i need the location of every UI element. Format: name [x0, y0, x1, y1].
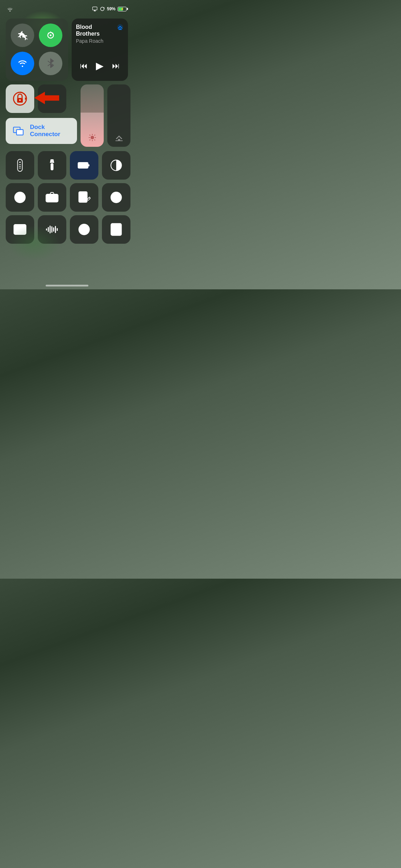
airplane-mode-button[interactable] — [11, 24, 34, 47]
home-indicator — [46, 285, 88, 286]
brightness-slider[interactable] — [81, 84, 104, 147]
airplay-volume-icon — [114, 132, 124, 142]
svg-rect-52 — [50, 226, 51, 233]
svg-rect-51 — [48, 227, 49, 232]
svg-point-37 — [51, 197, 53, 199]
screen-record-button[interactable] — [102, 183, 130, 212]
rotation-lock-icon — [11, 90, 29, 108]
left-controls: Dock Connector — [6, 84, 77, 148]
svg-rect-23 — [17, 159, 22, 171]
screen-time-button[interactable] — [6, 183, 34, 212]
screen-lock-icon — [100, 6, 105, 11]
svg-point-68 — [115, 232, 117, 234]
previous-track-button[interactable]: ⏮ — [77, 60, 91, 72]
media-info: Blood Brothers Papa Roach — [76, 24, 124, 44]
media-player-panel: Blood Brothers Papa Roach ⏮ ▶ — [72, 19, 128, 81]
svg-line-18 — [94, 140, 95, 140]
svg-rect-63 — [112, 224, 120, 227]
svg-rect-26 — [19, 166, 21, 167]
svg-line-17 — [89, 135, 90, 135]
svg-point-12 — [91, 136, 94, 139]
svg-rect-38 — [55, 195, 57, 196]
top-row: Blood Brothers Papa Roach ⏮ ▶ — [6, 19, 128, 81]
dock-connector-label: Dock Connector — [30, 124, 70, 138]
wifi-toggle-button[interactable] — [11, 52, 34, 75]
audio-button[interactable] — [38, 215, 66, 244]
airplay-cast-icon — [92, 6, 98, 11]
svg-point-65 — [115, 229, 117, 231]
low-power-button[interactable] — [70, 151, 98, 180]
calculator-button[interactable] — [102, 215, 130, 244]
wallet-button[interactable] — [6, 215, 34, 244]
status-left — [7, 7, 13, 11]
status-right: 59% ⚡ — [92, 6, 127, 11]
svg-point-67 — [112, 232, 114, 234]
rotation-row — [6, 84, 77, 113]
svg-rect-28 — [51, 163, 53, 170]
remote-button[interactable] — [6, 151, 34, 180]
cellular-button[interactable] — [39, 24, 62, 47]
volume-slider[interactable] — [107, 84, 130, 147]
play-pause-button[interactable]: ▶ — [93, 58, 107, 73]
notes-button[interactable] — [70, 183, 98, 212]
brightness-icon — [88, 133, 97, 142]
song-title: Blood Brothers — [76, 24, 117, 37]
icon-row-1 — [6, 151, 128, 180]
svg-rect-32 — [88, 164, 89, 166]
screen: 59% ⚡ — [0, 0, 134, 289]
dock-connector-tooltip[interactable]: Dock Connector — [6, 118, 77, 144]
svg-rect-31 — [79, 163, 84, 167]
svg-rect-45 — [14, 224, 26, 234]
sliders-area — [81, 84, 130, 147]
svg-line-19 — [94, 135, 95, 135]
icon-row-3 — [6, 215, 128, 244]
svg-rect-25 — [19, 164, 21, 165]
svg-point-69 — [118, 232, 120, 234]
camera-button[interactable] — [38, 183, 66, 212]
svg-rect-47 — [22, 228, 25, 231]
rotation-lock-button[interactable] — [6, 84, 34, 113]
svg-rect-53 — [51, 226, 52, 233]
svg-rect-55 — [55, 226, 56, 233]
svg-rect-0 — [93, 7, 97, 10]
dock-connector-icon — [13, 125, 25, 136]
second-row: Dock Connector — [6, 84, 128, 148]
svg-point-66 — [118, 229, 120, 231]
icon-row-2 — [6, 183, 128, 212]
svg-rect-54 — [53, 227, 54, 232]
connectivity-panel — [6, 19, 68, 81]
media-airplay-button[interactable] — [117, 24, 124, 32]
svg-rect-61 — [84, 224, 84, 226]
red-arrow — [34, 92, 59, 106]
svg-rect-27 — [19, 167, 21, 168]
svg-rect-11 — [16, 130, 23, 135]
clock-button[interactable] — [70, 215, 98, 244]
control-center: Blood Brothers Papa Roach ⏮ ▶ — [0, 16, 134, 244]
svg-marker-9 — [34, 92, 59, 104]
battery-indicator: ⚡ — [118, 7, 127, 11]
svg-rect-56 — [57, 228, 58, 231]
status-bar: 59% ⚡ — [0, 0, 134, 16]
next-track-button[interactable]: ⏭ — [109, 60, 123, 72]
svg-point-24 — [19, 161, 21, 163]
dark-mode-button[interactable] — [102, 151, 130, 180]
svg-point-1 — [101, 7, 104, 11]
flashlight-button[interactable] — [38, 151, 66, 180]
svg-line-20 — [89, 140, 90, 140]
song-info: Blood Brothers Papa Roach — [76, 24, 117, 44]
svg-point-8 — [19, 99, 21, 101]
wifi-icon — [7, 7, 13, 11]
svg-point-60 — [83, 229, 85, 230]
song-artist: Papa Roach — [76, 38, 117, 44]
svg-rect-50 — [46, 228, 47, 231]
svg-point-64 — [112, 229, 114, 231]
svg-rect-21 — [118, 139, 120, 140]
media-controls: ⏮ ▶ ⏭ — [76, 56, 124, 76]
svg-point-44 — [113, 194, 119, 200]
bluetooth-button[interactable] — [39, 52, 62, 75]
battery-percent: 59% — [107, 6, 115, 11]
svg-point-3 — [50, 35, 51, 36]
